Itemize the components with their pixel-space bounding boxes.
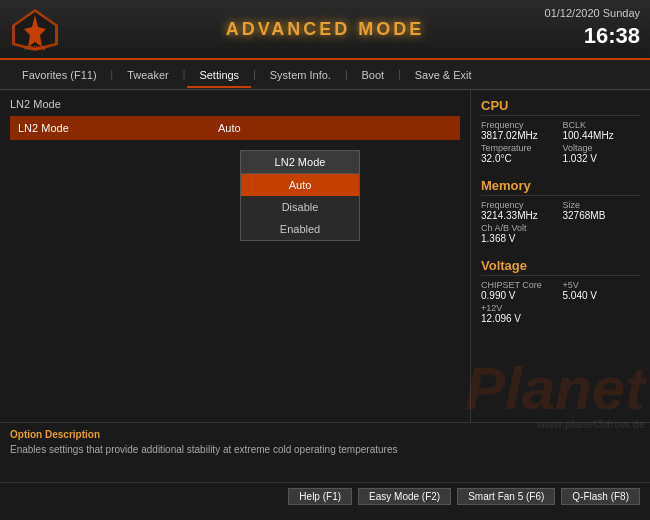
memory-title: Memory: [481, 178, 640, 196]
mem-chvolt-label: Ch A/B Volt: [481, 223, 559, 233]
memory-info-grid: Frequency 3214.33MHz Size 32768MB Ch A/B…: [481, 200, 640, 244]
cpu-section: CPU Frequency 3817.02MHz BCLK 100.44MHz …: [481, 98, 640, 164]
cpu-freq-label: Frequency: [481, 120, 559, 130]
volt-12v-label: +12V: [481, 303, 559, 313]
volt-12v-value: 12.096 V: [481, 313, 559, 324]
dropdown-option-enabled[interactable]: Enabled: [241, 218, 359, 240]
nav-tweaker[interactable]: Tweaker: [115, 65, 181, 85]
description-bar: Option Description Enables settings that…: [0, 422, 650, 482]
dropdown-option-disable[interactable]: Disable: [241, 196, 359, 218]
smart-fan-button[interactable]: Smart Fan 5 (F6): [457, 488, 555, 505]
time-display: 16:38: [545, 21, 640, 52]
volt-5v-value: 5.040 V: [563, 290, 641, 301]
voltage-section: Voltage CHIPSET Core 0.990 V +5V 5.040 V…: [481, 258, 640, 324]
volt-chipset-value: 0.990 V: [481, 290, 559, 301]
svg-text:AORUS: AORUS: [24, 45, 46, 51]
voltage-title: Voltage: [481, 258, 640, 276]
help-button[interactable]: Help (F1): [288, 488, 352, 505]
mem-chvolt-value: 1.368 V: [481, 233, 559, 244]
cpu-bclk-label: BCLK: [563, 120, 641, 130]
cpu-temp-value: 32.0°C: [481, 153, 559, 164]
aorus-logo: AORUS: [10, 7, 60, 52]
nav-boot[interactable]: Boot: [349, 65, 396, 85]
memory-section: Memory Frequency 3214.33MHz Size 32768MB…: [481, 178, 640, 244]
ln2-mode-value: Auto: [218, 122, 241, 134]
mem-freq-value: 3214.33MHz: [481, 210, 559, 221]
cpu-bclk-value: 100.44MHz: [563, 130, 641, 141]
description-title: Option Description: [10, 429, 640, 440]
footer: Help (F1) Easy Mode (F2) Smart Fan 5 (F6…: [0, 482, 650, 510]
header: AORUS ADVANCED MODE 01/12/2020 Sunday 16…: [0, 0, 650, 60]
volt-5v-label: +5V: [563, 280, 641, 290]
cpu-volt-label: Voltage: [563, 143, 641, 153]
voltage-info-grid: CHIPSET Core 0.990 V +5V 5.040 V +12V 12…: [481, 280, 640, 324]
description-text: Enables settings that provide additional…: [10, 443, 640, 457]
right-panel: CPU Frequency 3817.02MHz BCLK 100.44MHz …: [470, 90, 650, 422]
left-panel: LN2 Mode LN2 Mode Auto LN2 Mode Auto Dis…: [0, 90, 470, 422]
cpu-freq-value: 3817.02MHz: [481, 130, 559, 141]
main-content: LN2 Mode LN2 Mode Auto LN2 Mode Auto Dis…: [0, 90, 650, 422]
nav-favorites[interactable]: Favorites (F11): [10, 65, 109, 85]
mem-freq-label: Frequency: [481, 200, 559, 210]
volt-chipset-label: CHIPSET Core: [481, 280, 559, 290]
easy-mode-button[interactable]: Easy Mode (F2): [358, 488, 451, 505]
dropdown-option-auto[interactable]: Auto: [241, 174, 359, 196]
ln2-dropdown: LN2 Mode Auto Disable Enabled: [240, 150, 360, 241]
nav-settings[interactable]: Settings: [187, 65, 251, 85]
date-display: 01/12/2020 Sunday: [545, 6, 640, 21]
cpu-title: CPU: [481, 98, 640, 116]
cpu-volt-value: 1.032 V: [563, 153, 641, 164]
nav-bar: Favorites (F11) | Tweaker | Settings | S…: [0, 60, 650, 90]
nav-sysinfo[interactable]: System Info.: [258, 65, 343, 85]
datetime-display: 01/12/2020 Sunday 16:38: [545, 6, 640, 52]
ln2-mode-label: LN2 Mode: [18, 122, 218, 134]
dropdown-title: LN2 Mode: [241, 151, 359, 174]
qflash-button[interactable]: Q-Flash (F8): [561, 488, 640, 505]
nav-save-exit[interactable]: Save & Exit: [403, 65, 484, 85]
cpu-temp-label: Temperature: [481, 143, 559, 153]
page-title: ADVANCED MODE: [226, 19, 425, 40]
mem-size-label: Size: [563, 200, 641, 210]
section-title: LN2 Mode: [10, 98, 460, 110]
ln2-mode-row[interactable]: LN2 Mode Auto: [10, 116, 460, 140]
cpu-info-grid: Frequency 3817.02MHz BCLK 100.44MHz Temp…: [481, 120, 640, 164]
mem-size-value: 32768MB: [563, 210, 641, 221]
